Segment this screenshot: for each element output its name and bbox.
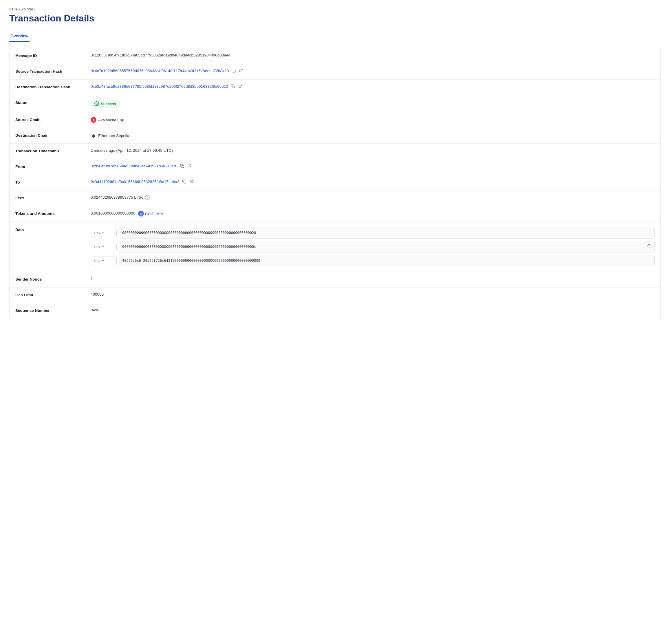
dest-chain-name: Ethereum Sepolia (98, 134, 129, 138)
value-fees: 0.024462680978959775 LINK i (91, 195, 655, 200)
status-text: Success (101, 102, 116, 106)
chain-icon: A Avalanche Fuji (91, 117, 124, 123)
copy-icon[interactable] (180, 164, 185, 169)
svg-line-5 (189, 164, 191, 166)
value-sender-nonce: 1 (91, 277, 655, 281)
external-link-icon[interactable] (238, 84, 243, 89)
data-row: Hex ▾ 48656c6c6f20576f726c64210000000000… (91, 255, 655, 266)
label-to: To (15, 179, 91, 185)
value-data: Hex ▾ 0000000000000000000000000000000000… (91, 227, 655, 266)
svg-rect-4 (182, 166, 184, 168)
value-message-id: 0x120367995ef71f83d64a05bd7793862afda9d0… (91, 53, 655, 57)
token-amount: 0.0010000000000000000 (91, 211, 135, 215)
success-icon (94, 101, 99, 106)
hex-value-container: 0000000000000000000000000000000000000000… (119, 241, 655, 253)
tab-overview[interactable]: Overview (9, 31, 29, 42)
table-row: Data Hex ▾ 00000000000000000000000000000… (10, 222, 660, 272)
label-sequence-number: Sequence Number (15, 308, 91, 313)
value-source-tx-hash: 0x4c7a192fa5636557569d076c06633c4f06140f… (91, 69, 655, 73)
source-tx-hash-link[interactable]: 0x4c7a192fa5636557569d076c06633c4f06140f… (91, 69, 229, 73)
external-link-icon[interactable] (239, 69, 244, 73)
value-timestamp: 2 minutes ago (April 12, 2024 at 17:59:4… (91, 148, 655, 152)
hex-value-container: 0000000000000000000000000000000000000000… (119, 227, 655, 239)
table-row: Tokens and Amounts 0.0010000000000000000… (10, 206, 660, 222)
label-data: Data (15, 227, 91, 232)
copy-icon[interactable] (231, 84, 236, 89)
value-gas-limit: 400000 (91, 292, 655, 296)
table-row: Status Success (10, 95, 660, 112)
label-timestamp: Transaction Timestamp (15, 148, 91, 153)
external-link-icon[interactable] (190, 179, 194, 184)
table-row: Source Chain A Avalanche Fuji (10, 112, 660, 128)
value-source-chain: A Avalanche Fuji (91, 117, 655, 123)
fees-value: 0.024462680978959775 LINK (91, 195, 143, 200)
table-row: Fees 0.024462680978959775 LINK i (10, 190, 660, 206)
value-dest-tx-hash: 0x53a48facb9d2836d037785f558bf188c987e20… (91, 84, 655, 89)
hex-value-text: 0000000000000000000000000000000000000000… (122, 229, 652, 237)
external-link-icon[interactable] (188, 164, 192, 169)
table-row: Sender Nonce 1 (10, 272, 660, 287)
label-source-chain: Source Chain (15, 117, 91, 122)
hex-format-select[interactable]: Hex ▾ (91, 229, 117, 237)
value-tokens: 0.0010000000000000000 C CCIP-BnM (91, 211, 655, 217)
breadcrumb: CCIP Explorer / (9, 7, 661, 11)
value-sequence-number: 9498 (91, 308, 655, 312)
label-source-tx-hash: Source Transaction Hash (15, 69, 91, 73)
value-from: 0xd50ef0fa7db168ad53efb45ef640b6376e8810… (91, 164, 655, 169)
token-name-link[interactable]: CCIP-BnM (145, 212, 164, 216)
info-icon[interactable]: i (145, 195, 150, 200)
tab-bar: Overview (9, 31, 661, 42)
table-row: Sequence Number 9498 (10, 303, 660, 319)
ethereum-icon: ◆ (91, 133, 96, 138)
svg-line-3 (240, 85, 241, 86)
value-status: Success (91, 100, 655, 107)
svg-rect-6 (184, 181, 186, 184)
avalanche-icon: A (91, 117, 96, 123)
chevron-down-icon: ▾ (102, 245, 104, 249)
dest-tx-hash-link[interactable]: 0x53a48facb9d2836d037785f558bf188c987e20… (91, 84, 228, 89)
label-message-id: Message ID (15, 53, 91, 58)
table-row: Source Transaction Hash 0x4c7a192fa56365… (10, 64, 660, 80)
svg-rect-0 (233, 70, 236, 73)
hex-format-select[interactable]: Hex ▾ (91, 243, 117, 251)
copy-icon[interactable] (182, 179, 187, 184)
label-dest-chain: Destination Chain (15, 133, 91, 137)
hex-format-label: Hex (94, 258, 100, 263)
chevron-down-icon: ▾ (102, 259, 104, 262)
hex-format-label: Hex (94, 245, 100, 249)
table-row: To 0x3d44192d94df3c0166169b9532825fb8e17… (10, 175, 660, 190)
table-row: From 0xd50ef0fa7db168ad53efb45ef640b6376… (10, 159, 660, 175)
page-title: Transaction Details (9, 13, 661, 24)
copy-icon[interactable] (232, 69, 236, 73)
svg-line-1 (241, 69, 242, 71)
hex-value-container: 48656c6c6f20576f726c64210000000000000000… (119, 255, 655, 266)
from-address-link[interactable]: 0xd50ef0fa7db168ad53efb45ef640b6376e8810… (91, 164, 177, 168)
table-row: Message ID 0x120367995ef71f83d64a05bd779… (10, 48, 660, 64)
table-row: Destination Transaction Hash 0x53a48facb… (10, 80, 660, 95)
copy-icon[interactable] (647, 244, 652, 249)
label-fees: Fees (15, 195, 91, 200)
hex-format-select[interactable]: Hex ▾ (91, 257, 117, 265)
status-badge: Success (91, 100, 120, 107)
hex-value-text: 48656c6c6f20576f726c64210000000000000000… (122, 257, 652, 264)
svg-rect-8 (649, 246, 651, 248)
table-row: Gas Limit 400000 (10, 287, 660, 303)
details-table: Message ID 0x120367995ef71f83d64a05bd779… (9, 48, 661, 319)
label-gas-limit: Gas Limit (15, 292, 91, 297)
breadcrumb-parent[interactable]: CCIP Explorer (9, 7, 33, 11)
value-dest-chain: ◆ Ethereum Sepolia (91, 133, 655, 138)
label-sender-nonce: Sender Nonce (15, 277, 91, 281)
label-status: Status (15, 100, 91, 105)
label-dest-tx-hash: Destination Transaction Hash (15, 84, 91, 89)
data-row: Hex ▾ 0000000000000000000000000000000000… (91, 227, 655, 239)
breadcrumb-separator: / (34, 7, 35, 11)
data-row: Hex ▾ 0000000000000000000000000000000000… (91, 241, 655, 253)
data-section: Hex ▾ 0000000000000000000000000000000000… (91, 227, 655, 266)
hex-format-label: Hex (94, 231, 100, 235)
hex-value-text: 0000000000000000000000000000000000000000… (122, 243, 652, 251)
svg-rect-2 (232, 86, 235, 88)
to-address-link[interactable]: 0x3d44192d94df3c0166169b9532825fb8e17ee6… (91, 179, 179, 184)
table-row: Transaction Timestamp 2 minutes ago (Apr… (10, 144, 660, 159)
source-chain-name: Avalanche Fuji (98, 118, 124, 122)
svg-line-7 (191, 180, 193, 182)
